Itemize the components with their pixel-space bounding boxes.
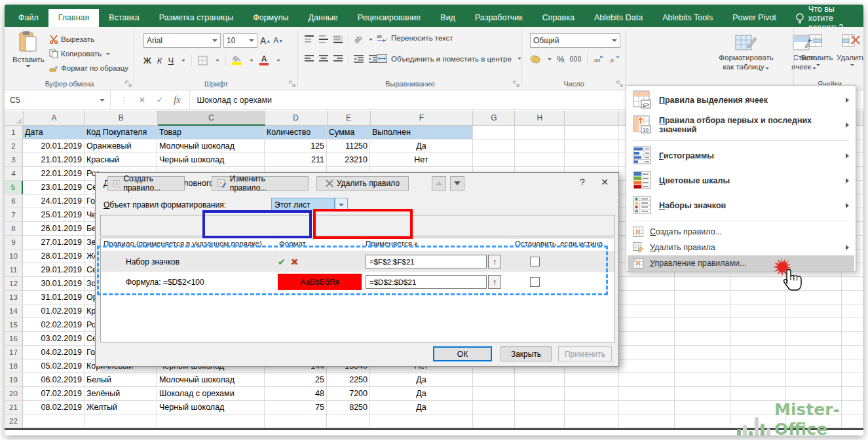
cell[interactable]: 2250 — [327, 373, 370, 387]
cell[interactable] — [619, 291, 675, 304]
align-middle-icon[interactable] — [319, 35, 328, 43]
orientation-icon[interactable]: ab — [352, 33, 364, 45]
cell[interactable]: 02.02.2019 — [23, 318, 85, 332]
column-header[interactable]: G — [473, 111, 515, 126]
cell[interactable]: 05.02.2019 — [23, 359, 85, 373]
cell[interactable] — [842, 346, 863, 359]
cell[interactable]: Молочный шоколад — [157, 139, 265, 153]
cell[interactable]: 06.02.2019 — [23, 373, 85, 387]
cell[interactable] — [675, 332, 730, 346]
font-color-dropdown-arrow[interactable] — [276, 60, 280, 62]
cell[interactable] — [842, 291, 863, 304]
cell[interactable] — [619, 346, 675, 359]
number-dialog-launcher[interactable] — [616, 81, 624, 88]
cell[interactable]: Молочный шоколад — [157, 373, 265, 387]
cell[interactable]: Оранжевый — [85, 139, 157, 153]
row-header[interactable]: 10 — [5, 249, 23, 263]
align-right-icon[interactable] — [333, 55, 343, 63]
edit-rule-button[interactable]: Изменить правило... — [212, 176, 309, 191]
cell[interactable] — [515, 373, 565, 387]
row-header[interactable]: 17 — [5, 346, 23, 359]
column-header[interactable] — [565, 111, 619, 126]
menu-item-удалить-правила[interactable]: Удалить правила — [628, 240, 854, 255]
italic-button[interactable]: К — [157, 56, 162, 65]
cell[interactable] — [473, 401, 515, 414]
cell[interactable] — [675, 277, 730, 291]
cell[interactable]: Код Покупателя — [85, 126, 157, 139]
scope-combo[interactable]: Этот лист — [271, 198, 335, 211]
row-header[interactable]: 12 — [5, 277, 23, 291]
cell[interactable] — [473, 387, 515, 401]
clipboard-dialog-launcher[interactable] — [125, 81, 132, 88]
cell[interactable]: Выполнен — [370, 126, 473, 139]
cell[interactable] — [619, 387, 675, 401]
stop-if-true-checkbox[interactable] — [530, 277, 540, 287]
ok-button[interactable]: ОК — [433, 346, 492, 361]
menu-item-правила-выделения-ячеек[interactable]: ≤>Правила выделения ячеек — [628, 88, 854, 113]
tab-данные[interactable]: Данные — [299, 9, 348, 27]
row-header[interactable]: 14 — [5, 304, 23, 318]
close-button[interactable]: Закрыть — [500, 346, 552, 361]
row-header[interactable]: 3 — [5, 153, 23, 167]
accounting-icon[interactable] — [530, 55, 540, 64]
cell[interactable] — [370, 414, 473, 428]
rule-row[interactable]: Набор значков✔✖=$F$2:$F$21↑ — [101, 251, 614, 272]
tab-ablebits-data[interactable]: Ablebits Data — [584, 9, 652, 27]
row-header[interactable]: 22 — [5, 414, 23, 428]
cell[interactable] — [730, 291, 786, 304]
cell[interactable]: 11250 — [327, 139, 370, 153]
cell[interactable] — [730, 373, 786, 387]
format-painter-button[interactable]: Формат по образцу — [49, 61, 128, 75]
cell[interactable]: 08.02.2019 — [23, 401, 85, 414]
column-header[interactable]: E — [328, 111, 371, 126]
borders-dropdown-arrow[interactable] — [216, 60, 219, 62]
stop-if-true-checkbox[interactable] — [530, 257, 540, 266]
tell-me[interactable]: Что вы хотите сделать? — [786, 9, 863, 27]
cell[interactable]: Черный шоколад — [157, 401, 265, 414]
percent-button[interactable]: % — [557, 54, 565, 64]
menu-item-наборы-значков[interactable]: Наборы значков — [628, 193, 854, 218]
name-box-dropdown-arrow[interactable] — [100, 99, 105, 101]
cell[interactable]: 125 — [265, 139, 327, 153]
cell[interactable] — [786, 373, 842, 387]
cell[interactable] — [675, 414, 730, 428]
cell[interactable]: 25.01.2019 — [23, 208, 85, 222]
row-header[interactable]: 21 — [5, 401, 23, 414]
cell[interactable]: 23.01.2019 — [23, 181, 85, 194]
cancel-icon[interactable]: ✕ — [139, 95, 146, 105]
cell[interactable]: 25 — [265, 373, 327, 387]
tab-формулы[interactable]: Формулы — [243, 9, 298, 27]
cell[interactable]: 03.02.2019 — [23, 332, 85, 346]
select-all-corner[interactable] — [5, 111, 24, 126]
cell[interactable] — [786, 346, 842, 359]
cell[interactable] — [842, 387, 863, 401]
column-header[interactable]: C — [158, 111, 265, 126]
cell[interactable] — [565, 126, 619, 139]
row-header[interactable]: 5 — [5, 181, 23, 194]
cell[interactable]: 28.01.2019 — [23, 249, 85, 263]
tab-power-pivot[interactable]: Power Pivot — [723, 9, 786, 27]
cell[interactable] — [265, 414, 327, 428]
row-header[interactable]: 13 — [5, 291, 23, 304]
cell[interactable] — [565, 373, 619, 387]
cell[interactable] — [786, 304, 842, 318]
menu-item-управление-правилами[interactable]: Управление правилами... — [628, 255, 854, 271]
column-header[interactable]: A — [24, 111, 85, 126]
cell[interactable]: Нет — [370, 153, 473, 167]
cell[interactable] — [473, 126, 515, 139]
bold-button[interactable]: Ж — [143, 56, 151, 65]
enter-icon[interactable]: ✓ — [156, 95, 163, 105]
tab-разметка-страницы[interactable]: Разметка страницы — [149, 9, 243, 27]
applies-to-input[interactable]: =$D$2:$D$21 — [366, 275, 487, 289]
cell[interactable] — [842, 318, 863, 332]
cell[interactable]: Красный — [85, 153, 157, 167]
formula-input[interactable]: Шоколад с орехами — [189, 90, 272, 109]
menu-item-создать-правило[interactable]: Создать правило... — [628, 224, 854, 240]
cell[interactable]: 21.01.2019 — [23, 153, 85, 167]
row-header[interactable]: 20 — [5, 387, 23, 401]
cell[interactable]: Да — [370, 373, 473, 387]
cell[interactable] — [565, 401, 619, 414]
collapse-dialog-button[interactable]: ↑ — [488, 275, 501, 289]
align-top-icon[interactable] — [305, 35, 314, 43]
fx-icon[interactable]: fx — [174, 95, 180, 105]
